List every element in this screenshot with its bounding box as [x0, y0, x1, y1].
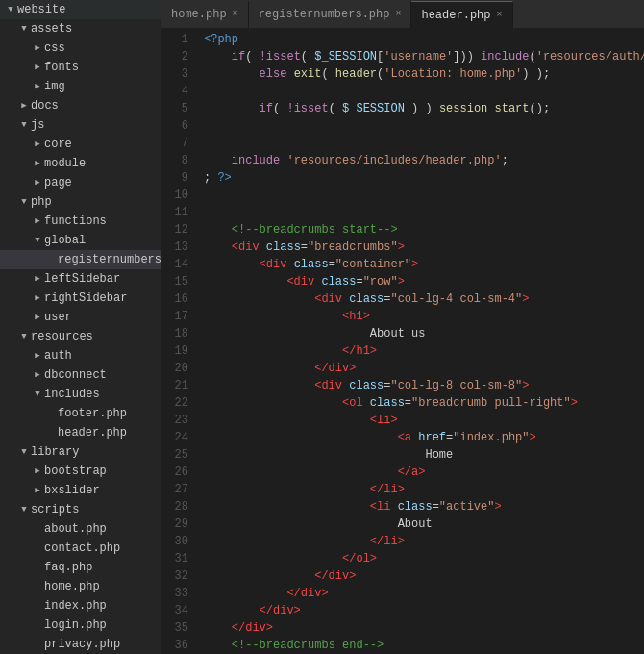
tree-arrow-bxslider: ▶	[31, 482, 44, 499]
sidebar-item-php[interactable]: ▼php	[0, 192, 161, 212]
line-number-11: 11	[161, 204, 188, 221]
sidebar-item-library[interactable]: ▼library	[0, 442, 161, 462]
sidebar-item-docs[interactable]: ▶docs	[0, 96, 161, 115]
line-number-26: 26	[161, 464, 188, 481]
sidebar-item-registernumbers[interactable]: registernumbers.php	[0, 250, 161, 269]
tab-close-home-php-tab[interactable]: ×	[233, 10, 238, 19]
code-line-34: </div>	[204, 602, 644, 619]
tree-label-bxslider: bxslider	[44, 482, 161, 499]
code-line-5: if( !isset( $_SESSION ) ) session_start(…	[204, 100, 644, 117]
sidebar-item-website[interactable]: ▼website	[0, 0, 161, 19]
sidebar-item-bxslider[interactable]: ▶bxslider	[0, 481, 161, 500]
code-content[interactable]: <?php if( !isset( $_SESSION['username'])…	[196, 29, 644, 654]
line-number-27: 27	[161, 481, 188, 498]
line-number-34: 34	[161, 602, 188, 619]
sidebar-item-header-php[interactable]: header.php	[0, 423, 161, 442]
sidebar-item-scripts[interactable]: ▼scripts	[0, 500, 161, 519]
tree-label-website: website	[17, 1, 161, 18]
sidebar-item-about-php[interactable]: about.php	[0, 519, 161, 539]
sidebar-item-functions[interactable]: ▶functions	[0, 212, 161, 231]
tree-arrow-core: ▶	[31, 136, 44, 153]
line-number-15: 15	[161, 273, 188, 290]
sidebar-item-global[interactable]: ▼global	[0, 231, 161, 250]
tab-bar: home.php×registernumbers.php×header.php×	[161, 0, 644, 29]
sidebar-item-img[interactable]: ▶img	[0, 77, 161, 96]
line-number-13: 13	[161, 239, 188, 256]
sidebar-item-auth[interactable]: ▶auth	[0, 346, 161, 365]
tree-arrow-page: ▶	[31, 174, 44, 191]
tree-label-home-php: home.php	[44, 578, 161, 595]
sidebar-item-fonts[interactable]: ▶fonts	[0, 58, 161, 77]
sidebar-item-js[interactable]: ▼js	[0, 115, 161, 135]
tab-close-header-php-tab[interactable]: ×	[496, 11, 502, 20]
sidebar-item-login-php[interactable]: login.php	[0, 616, 161, 635]
sidebar-item-rightSidebar[interactable]: ▶rightSidebar	[0, 289, 161, 308]
code-line-26: </a>	[204, 464, 644, 481]
tab-header-php-tab[interactable]: header.php×	[411, 1, 512, 28]
sidebar-item-resources[interactable]: ▼resources	[0, 327, 161, 346]
sidebar-item-index-php[interactable]: index.php	[0, 596, 161, 616]
line-number-33: 33	[161, 585, 188, 602]
sidebar-item-page[interactable]: ▶page	[0, 173, 161, 192]
tree-label-page: page	[44, 174, 161, 191]
code-line-9: ; ?>	[204, 169, 644, 187]
sidebar-item-assets[interactable]: ▼assets	[0, 19, 161, 38]
sidebar-item-user[interactable]: ▶user	[0, 308, 161, 327]
tree-label-scripts: scripts	[31, 501, 161, 518]
sidebar-item-module[interactable]: ▶module	[0, 154, 161, 173]
code-line-8: include 'resources/includes/header.php';	[204, 152, 644, 169]
tree-arrow-library: ▼	[17, 443, 31, 461]
line-number-18: 18	[161, 325, 188, 342]
tree-label-user: user	[44, 309, 161, 326]
code-line-3: else exit( header('Location: home.php') …	[204, 65, 644, 83]
tree-arrow-leftSidebar: ▶	[31, 270, 44, 288]
tab-home-php-tab[interactable]: home.php×	[161, 1, 249, 28]
tab-registernumbers-tab[interactable]: registernumbers.php×	[249, 1, 412, 28]
code-line-10	[204, 187, 644, 204]
sidebar-item-bootstrap[interactable]: ▶bootstrap	[0, 462, 161, 481]
code-editor[interactable]: 1234567891011121314151617181920212223242…	[161, 29, 644, 654]
line-number-17: 17	[161, 308, 188, 325]
sidebar-item-leftSidebar[interactable]: ▶leftSidebar	[0, 269, 161, 289]
sidebar-item-dbconnect[interactable]: ▶dbconnect	[0, 365, 161, 385]
line-number-1: 1	[161, 31, 188, 48]
code-line-19: </h1>	[204, 342, 644, 360]
tree-label-registernumbers: registernumbers.php	[58, 251, 161, 268]
tree-label-privacy-php: privacy.php	[44, 636, 161, 653]
sidebar-item-includes[interactable]: ▼includes	[0, 385, 161, 404]
sidebar-item-core[interactable]: ▶core	[0, 135, 161, 154]
code-line-32: </div>	[204, 567, 644, 585]
code-line-15: <div class="row">	[204, 273, 644, 290]
line-number-19: 19	[161, 342, 188, 360]
code-line-33: </div>	[204, 585, 644, 602]
tab-close-registernumbers-tab[interactable]: ×	[395, 10, 401, 19]
tree-label-footer-php: footer.php	[58, 405, 161, 422]
tree-arrow-user: ▶	[31, 309, 44, 326]
sidebar-item-home-php[interactable]: home.php	[0, 577, 161, 596]
sidebar-item-contact-php[interactable]: contact.php	[0, 539, 161, 558]
line-number-21: 21	[161, 377, 188, 394]
tree-label-docs: docs	[31, 97, 161, 114]
tree-arrow-bootstrap: ▶	[31, 463, 44, 480]
sidebar-item-css[interactable]: ▶css	[0, 38, 161, 58]
code-line-30: </li>	[204, 533, 644, 550]
tree-label-faq-php: faq.php	[44, 559, 161, 576]
line-number-6: 6	[161, 117, 188, 135]
line-number-28: 28	[161, 498, 188, 516]
sidebar-item-faq-php[interactable]: faq.php	[0, 558, 161, 577]
tree-label-login-php: login.php	[44, 616, 161, 634]
tree-arrow-docs: ▶	[17, 97, 31, 114]
line-numbers: 1234567891011121314151617181920212223242…	[161, 29, 196, 654]
line-number-24: 24	[161, 429, 188, 446]
code-line-27: </li>	[204, 481, 644, 498]
tree-arrow-auth: ▶	[31, 347, 44, 365]
tree-arrow-scripts: ▼	[17, 501, 31, 518]
editor-area: home.php×registernumbers.php×header.php×…	[161, 0, 644, 654]
tree-arrow-dbconnect: ▶	[31, 366, 44, 384]
tab-label-registernumbers-tab: registernumbers.php	[259, 8, 390, 21]
sidebar-item-privacy-php[interactable]: privacy.php	[0, 635, 161, 654]
tree-arrow-js: ▼	[17, 116, 31, 134]
line-number-9: 9	[161, 169, 188, 187]
sidebar-item-footer-php[interactable]: footer.php	[0, 404, 161, 423]
code-line-22: <ol class="breadcrumb pull-right">	[204, 394, 644, 412]
